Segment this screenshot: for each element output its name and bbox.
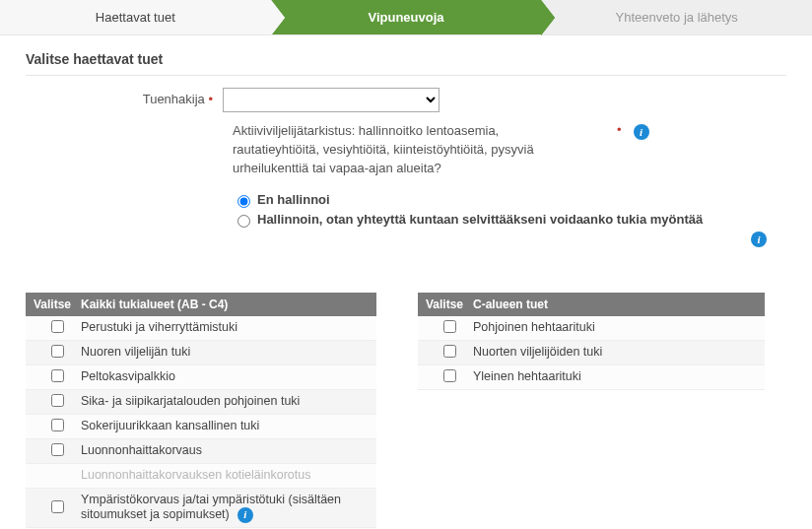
table-row: Luonnonhaittakorvauksen kotieläinkorotus	[26, 464, 376, 489]
table-row: Nuorten viljelijöiden tuki	[418, 341, 765, 365]
table-header: Valitse C-alueen tuet	[418, 293, 765, 316]
col-valitse: Valitse	[426, 298, 473, 311]
info-icon[interactable]: i	[634, 124, 649, 140]
step-vipuneuvoja[interactable]: Vipuneuvoja	[271, 0, 542, 34]
row-label: Sokerijuurikkaan kansallinen tuki	[81, 419, 369, 434]
applicant-select[interactable]	[223, 88, 440, 112]
row-checkbox-cell	[34, 500, 81, 516]
row-label: Sika- ja siipikarjatalouden pohjoinen tu…	[81, 394, 369, 410]
step-yhteenveto[interactable]: Yhteenveto ja lähetys	[541, 0, 812, 34]
table-row: Nuoren viljelijän tuki	[26, 341, 376, 365]
row-checkbox[interactable]	[443, 345, 456, 358]
row-label: Pohjoinen hehtaarituki	[473, 320, 757, 336]
row-checkbox-cell	[426, 345, 473, 361]
applicant-label-text: Tuenhakija	[143, 92, 205, 106]
row-label: Ympäristökorvaus ja/tai ympäristötuki (s…	[81, 493, 369, 524]
manage-radio-group: En hallinnoi Hallinnoin, otan yhteyttä k…	[233, 192, 786, 228]
row-checkbox[interactable]	[51, 369, 64, 382]
row-label: Yleinen hehtaarituki	[473, 369, 757, 385]
radio-hallinnoin[interactable]	[237, 215, 250, 228]
row-label: Nuoren viljelijän tuki	[81, 345, 369, 361]
col-title: C-alueen tuet	[473, 298, 757, 311]
col-title: Kaikki tukialueet (AB - C4)	[81, 298, 369, 311]
row-checkbox-cell	[34, 443, 81, 459]
table-header: Valitse Kaikki tukialueet (AB - C4)	[26, 293, 376, 316]
row-checkbox-cell	[426, 320, 473, 336]
active-farmer-question: Aktiiviviljelijätarkistus: hallinnoitko …	[233, 122, 587, 178]
table-row: Pohjoinen hehtaarituki	[418, 316, 765, 341]
row-checkbox[interactable]	[51, 419, 64, 431]
row-label: Peltokasvipalkkio	[81, 369, 369, 385]
row-checkbox[interactable]	[51, 500, 64, 513]
table-row: Perustuki ja viherryttämistuki	[26, 316, 376, 341]
step-haettavat-tuet[interactable]: Haettavat tuet	[0, 0, 271, 34]
required-marker: •	[617, 122, 622, 137]
row-checkbox-cell	[34, 419, 81, 434]
table-all-areas: Valitse Kaikki tukialueet (AB - C4) Peru…	[26, 293, 376, 529]
step-label: Vipuneuvoja	[368, 10, 443, 25]
applicant-label: Tuenhakija •	[26, 88, 223, 106]
table-body-left: Perustuki ja viherryttämistukiNuoren vil…	[26, 316, 376, 529]
info-icon[interactable]: i	[237, 507, 253, 523]
row-checkbox-cell	[34, 369, 81, 385]
table-row: Sika- ja siipikarjatalouden pohjoinen tu…	[26, 390, 376, 415]
row-checkbox[interactable]	[443, 320, 456, 333]
row-checkbox[interactable]	[51, 394, 64, 407]
step-label: Yhteenveto ja lähetys	[616, 10, 738, 25]
row-checkbox-cell	[34, 394, 81, 410]
info-icon[interactable]: i	[751, 231, 767, 247]
row-checkbox-cell	[34, 320, 81, 336]
table-row: Ympäristökorvaus ja/tai ympäristötuki (s…	[26, 489, 376, 529]
row-label: Nuorten viljelijöiden tuki	[473, 345, 757, 361]
row-checkbox[interactable]	[51, 345, 64, 358]
row-checkbox-cell	[426, 369, 473, 385]
section-title: Valitse haettavat tuet	[26, 51, 786, 76]
row-checkbox[interactable]	[51, 443, 64, 456]
table-body-right: Pohjoinen hehtaaritukiNuorten viljelijöi…	[418, 316, 765, 390]
table-row: Peltokasvipalkkio	[26, 365, 376, 390]
radio-en-hallinnoi[interactable]	[237, 195, 250, 208]
wizard-steps: Haettavat tuet Vipuneuvoja Yhteenveto ja…	[0, 0, 812, 35]
required-marker: •	[208, 92, 213, 106]
table-row: Luonnonhaittakorvaus	[26, 439, 376, 464]
radio-hallinnoin-label: Hallinnoin, otan yhteyttä kuntaan selvit…	[257, 212, 703, 227]
col-valitse: Valitse	[34, 298, 81, 311]
row-label: Luonnonhaittakorvauksen kotieläinkorotus	[81, 468, 369, 484]
table-c-area: Valitse C-alueen tuet Pohjoinen hehtaari…	[418, 293, 765, 529]
row-label: Luonnonhaittakorvaus	[81, 443, 369, 459]
table-row: Yleinen hehtaarituki	[418, 365, 765, 390]
radio-en-hallinnoi-label: En hallinnoi	[257, 192, 330, 207]
row-label: Perustuki ja viherryttämistuki	[81, 320, 369, 336]
row-checkbox[interactable]	[443, 369, 456, 382]
row-checkbox-cell	[34, 345, 81, 361]
step-label: Haettavat tuet	[96, 10, 175, 25]
table-row: Sokerijuurikkaan kansallinen tuki	[26, 415, 376, 439]
row-checkbox[interactable]	[51, 320, 64, 333]
